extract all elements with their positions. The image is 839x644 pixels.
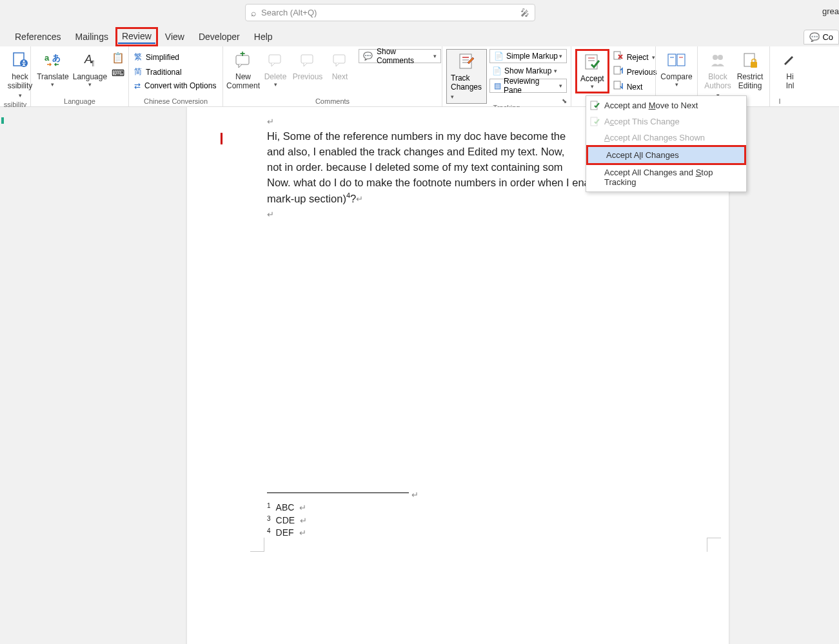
body-text-line: mark-up section): [267, 192, 346, 204]
svg-rect-20: [614, 66, 620, 74]
reject-label: Reject: [627, 53, 649, 62]
show-comments-dropdown[interactable]: 💬 Show Comments ▾: [359, 49, 441, 63]
chevron-down-icon: ▾: [88, 81, 92, 88]
mic-icon[interactable]: 🎤︎: [520, 8, 529, 18]
footnotes-area[interactable]: 1 ABC 3 CDE 4 DEF: [267, 502, 307, 540]
group-label-chinese: Chinese Conversion: [129, 97, 222, 106]
paragraph-mark: [299, 527, 306, 540]
footnote-text: ABC: [276, 502, 295, 514]
paragraph-mark: [299, 502, 306, 514]
traditional-button[interactable]: 简 Traditional: [133, 65, 217, 79]
svg-text:a: a: [44, 53, 50, 63]
tab-mailings[interactable]: Mailings: [68, 29, 115, 44]
body-text-q: ?: [350, 192, 356, 204]
hide-ink-label1: Hi: [786, 72, 793, 81]
paragraph-mark: [356, 192, 363, 204]
markup-icon: 📄: [494, 52, 504, 61]
next-change-button[interactable]: Next: [612, 80, 658, 93]
tab-developer[interactable]: Developer: [192, 29, 247, 44]
search-box[interactable]: ⌕ Search (Alt+Q) 🎤︎: [245, 4, 535, 21]
group-ink: Hi Inl I: [770, 46, 789, 106]
language-label: Language: [73, 72, 107, 81]
track-changes-button[interactable]: TrackChanges ▾: [446, 49, 487, 104]
menu-label: Accept All Changes: [606, 150, 679, 160]
svg-point-2: [23, 61, 25, 63]
check-label: heck: [12, 72, 28, 81]
reviewing-pane-dropdown[interactable]: ▤Reviewing Pane ▾: [489, 79, 567, 93]
page-corner-marker: [707, 538, 721, 552]
chevron-down-icon: ▾: [51, 81, 54, 88]
chevron-down-icon: ▾: [675, 81, 678, 88]
footnote-item[interactable]: 4 DEF: [267, 527, 307, 540]
group-label-language: Language: [31, 97, 128, 106]
convert-options-button[interactable]: ⇄ Convert with Options: [133, 80, 217, 92]
proofing-icon[interactable]: 📋: [112, 52, 124, 64]
compare-label: Compare: [660, 72, 692, 81]
show-markup-button[interactable]: 📄 Show Markup ▾: [489, 65, 567, 77]
svg-point-26: [713, 55, 718, 60]
display-for-review-dropdown[interactable]: 📄Simple Markup ▾: [489, 49, 567, 63]
accept-label: Accept: [580, 74, 604, 83]
compare-button[interactable]: Compare ▾: [660, 49, 693, 89]
group-label-comments: Comments: [223, 97, 442, 106]
menu-label: Accept All Changes and Stop Tracking: [604, 168, 740, 187]
tab-view[interactable]: View: [158, 29, 192, 44]
hide-ink-button[interactable]: Hi Inl: [774, 49, 806, 92]
new-comment-icon: +: [233, 50, 253, 71]
footnote-number: 1: [267, 502, 271, 514]
svg-rect-31: [591, 117, 597, 126]
svg-rect-11: [333, 55, 345, 63]
translate-button[interactable]: aあ Translate ▾: [35, 49, 71, 89]
footnote-text: DEF: [276, 527, 294, 540]
account-label[interactable]: grea: [822, 6, 839, 16]
svg-text:あ: あ: [52, 53, 61, 63]
highlight-review-tab: Review: [115, 27, 158, 46]
simple-markup-label: Simple Markup: [506, 52, 558, 61]
convert-icon: ⇄: [134, 81, 141, 90]
previous-comment-icon: [297, 50, 318, 71]
tab-references[interactable]: References: [8, 29, 68, 44]
previous-change-icon: [613, 66, 624, 78]
group-accessibility: heck ssibility ▾ ssibility: [0, 46, 31, 106]
svg-text:+: +: [240, 52, 245, 59]
restrict-editing-button[interactable]: RestrictEditing: [734, 49, 766, 92]
traditional-icon: 简: [134, 66, 142, 77]
simplified-button[interactable]: 繁 Simplified: [133, 50, 217, 64]
restrict-label: RestrictEditing: [737, 72, 764, 90]
menu-accept-this: Accept This Change: [586, 113, 746, 130]
translate-icon: aあ: [43, 50, 63, 71]
comments-btn-label: Co: [822, 32, 833, 42]
search-placeholder: Search (Alt+Q): [261, 8, 520, 17]
menu-accept-all[interactable]: Accept All Changes: [588, 147, 744, 163]
delete-label: Delete: [264, 72, 287, 81]
new-comment-button[interactable]: + NewComment: [227, 49, 259, 92]
tab-review[interactable]: Review: [118, 30, 155, 44]
show-comments-label: Show Comments: [377, 47, 429, 65]
show-markup-icon: 📄: [492, 66, 502, 75]
ink-icon: [780, 50, 800, 71]
change-indicator-bar[interactable]: [221, 133, 222, 144]
svg-rect-21: [614, 81, 620, 89]
chevron-down-icon: ▾: [591, 83, 594, 90]
menu-accept-stop[interactable]: Accept All Changes and Stop Tracking: [586, 164, 746, 190]
comments-pane-button[interactable]: 💬 Co: [804, 30, 839, 44]
reject-icon: [613, 51, 624, 63]
footnote-item[interactable]: 1 ABC: [267, 502, 307, 514]
accept-this-icon: [590, 117, 600, 127]
footnote-item[interactable]: 3 CDE: [267, 514, 307, 527]
body-text-line: and also, I enabled the track changes an…: [267, 146, 564, 157]
accept-button[interactable]: Accept ▾: [578, 52, 607, 91]
footnote-text: CDE: [276, 514, 295, 527]
highlight-accept-all: Accept All Changes: [586, 145, 746, 165]
keyboard-icon[interactable]: ⌨: [112, 68, 124, 78]
svg-rect-22: [668, 54, 676, 66]
next-label: Next: [332, 72, 348, 81]
language-button[interactable]: A¶ Language ▾: [71, 49, 109, 89]
tracking-launcher[interactable]: ⬊: [562, 97, 569, 105]
reject-button[interactable]: Reject ▾: [612, 50, 658, 64]
next-comment-icon: [330, 50, 350, 71]
previous-change-button[interactable]: Previous: [612, 65, 658, 79]
menu-accept-and-move[interactable]: Accept and Move to Next: [586, 97, 746, 113]
delete-comment-icon: [265, 50, 286, 71]
tab-help[interactable]: Help: [247, 29, 280, 44]
